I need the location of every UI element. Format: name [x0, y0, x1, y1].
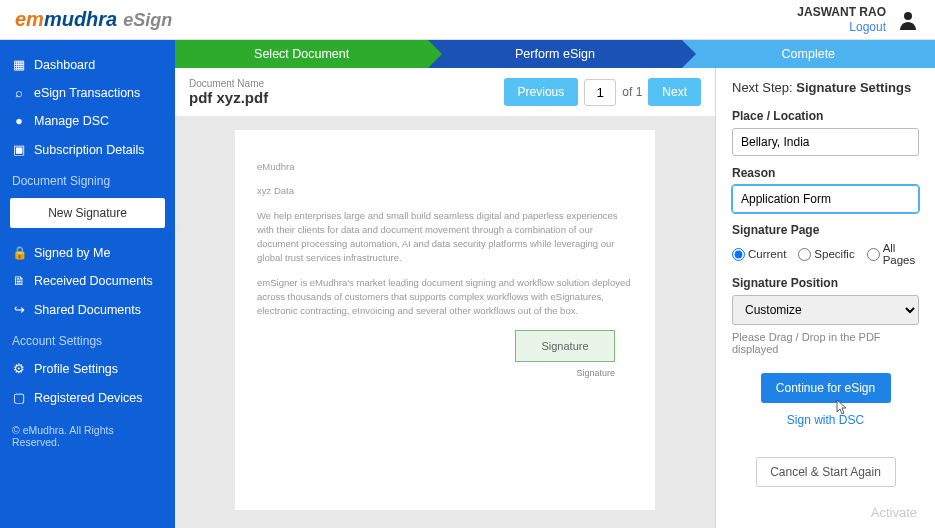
page-total: of 1 — [622, 85, 642, 99]
copyright: © eMudhra. All Rights Reserved. — [0, 412, 175, 460]
settings-panel: Next Step: Signature Settings Place / Lo… — [715, 68, 935, 528]
document-page[interactable]: eMudhra xyz Data We help enterprises lar… — [235, 130, 655, 510]
sidebar-item-label: Profile Settings — [34, 362, 118, 376]
doc-subtitle: xyz Data — [257, 184, 633, 198]
cancel-start-again-button[interactable]: Cancel & Start Again — [756, 457, 896, 487]
share-icon: ↪ — [12, 302, 26, 317]
place-input[interactable] — [732, 128, 919, 156]
search-icon: ⌕ — [12, 86, 26, 100]
document-area: Document Name pdf xyz.pdf Previous of 1 … — [175, 68, 715, 528]
section-title-account-settings: Account Settings — [0, 324, 175, 354]
grid-icon: ▦ — [12, 57, 26, 72]
new-signature-button[interactable]: New Signature — [10, 198, 165, 228]
logout-link[interactable]: Logout — [849, 20, 886, 34]
sidebar-item-label: Dashboard — [34, 58, 95, 72]
logo-mudhra: mudhra — [44, 8, 117, 31]
document-toolbar: Document Name pdf xyz.pdf Previous of 1 … — [175, 68, 715, 116]
reason-label: Reason — [732, 166, 919, 180]
gear-icon: ⚙ — [12, 361, 26, 376]
sidebar-item-label: Subscription Details — [34, 143, 144, 157]
avatar-icon[interactable] — [896, 8, 920, 32]
logo-em: em — [15, 8, 44, 31]
sidebar-item-signed-by-me[interactable]: 🔒Signed by Me — [0, 238, 175, 267]
logo-esign: eSign — [123, 10, 172, 31]
signature-caption: Signature — [576, 368, 615, 378]
device-icon: ▢ — [12, 390, 26, 405]
sidebar-item-shared-documents[interactable]: ↪Shared Documents — [0, 295, 175, 324]
page-number-input[interactable] — [584, 79, 616, 106]
previous-button[interactable]: Previous — [504, 78, 579, 106]
box-icon: ▣ — [12, 142, 26, 157]
sidebar-item-label: eSign Transactions — [34, 86, 140, 100]
document-name-label: Document Name — [189, 78, 268, 89]
sidebar: ▦Dashboard ⌕eSign Transactions ●Manage D… — [0, 40, 175, 528]
progress-bar: Select Document Perform eSign Complete — [175, 40, 935, 68]
reason-input[interactable] — [732, 185, 919, 213]
document-scroll[interactable]: eMudhra xyz Data We help enterprises lar… — [175, 116, 715, 528]
sidebar-item-label: Shared Documents — [34, 303, 141, 317]
user-area: JASWANT RAO Logout — [797, 5, 920, 34]
radio-current[interactable]: Current — [732, 242, 786, 266]
document-icon: 🗎 — [12, 274, 26, 288]
panel-title: Next Step: Signature Settings — [732, 80, 919, 95]
drag-drop-hint: Please Drag / Drop in the PDF displayed — [732, 331, 919, 355]
sidebar-item-label: Received Documents — [34, 274, 153, 288]
continue-for-esign-button[interactable]: Continue for eSign — [761, 373, 891, 403]
signature-page-label: Signature Page — [732, 223, 919, 237]
place-label: Place / Location — [732, 109, 919, 123]
document-filename: pdf xyz.pdf — [189, 89, 268, 106]
logo: emmudhra eSign — [15, 8, 172, 31]
sidebar-item-manage-dsc[interactable]: ●Manage DSC — [0, 107, 175, 135]
next-button[interactable]: Next — [648, 78, 701, 106]
progress-step-complete: Complete — [682, 40, 935, 68]
sign-with-dsc-link[interactable]: Sign with DSC — [732, 413, 919, 427]
signature-position-select[interactable]: Customize — [732, 295, 919, 325]
section-title-document-signing: Document Signing — [0, 164, 175, 194]
sidebar-item-profile-settings[interactable]: ⚙Profile Settings — [0, 354, 175, 383]
sidebar-item-label: Registered Devices — [34, 391, 142, 405]
progress-step-perform-esign: Perform eSign — [428, 40, 681, 68]
app-header: emmudhra eSign JASWANT RAO Logout — [0, 0, 935, 40]
signature-placeholder[interactable]: Signature — [515, 330, 615, 362]
sidebar-item-label: Signed by Me — [34, 246, 110, 260]
radio-all-pages[interactable]: All Pages — [867, 242, 919, 266]
sidebar-item-received-documents[interactable]: 🗎Received Documents — [0, 267, 175, 295]
doc-paragraph: emSigner is eMudhra's market leading doc… — [257, 276, 633, 319]
sidebar-item-dashboard[interactable]: ▦Dashboard — [0, 50, 175, 79]
doc-paragraph: We help enterprises large and small buil… — [257, 209, 633, 266]
radio-specific[interactable]: Specific — [798, 242, 854, 266]
pagination: Previous of 1 Next — [504, 78, 701, 106]
doc-title: eMudhra — [257, 160, 633, 174]
sidebar-item-subscription-details[interactable]: ▣Subscription Details — [0, 135, 175, 164]
username: JASWANT RAO — [797, 5, 886, 19]
sidebar-item-label: Manage DSC — [34, 114, 109, 128]
sidebar-item-esign-transactions[interactable]: ⌕eSign Transactions — [0, 79, 175, 107]
sidebar-item-registered-devices[interactable]: ▢Registered Devices — [0, 383, 175, 412]
lock-icon: 🔒 — [12, 245, 26, 260]
signature-page-radios: Current Specific All Pages — [732, 242, 919, 266]
svg-point-0 — [904, 12, 912, 20]
signature-position-label: Signature Position — [732, 276, 919, 290]
dot-icon: ● — [12, 114, 26, 128]
progress-step-select-document: Select Document — [175, 40, 428, 68]
